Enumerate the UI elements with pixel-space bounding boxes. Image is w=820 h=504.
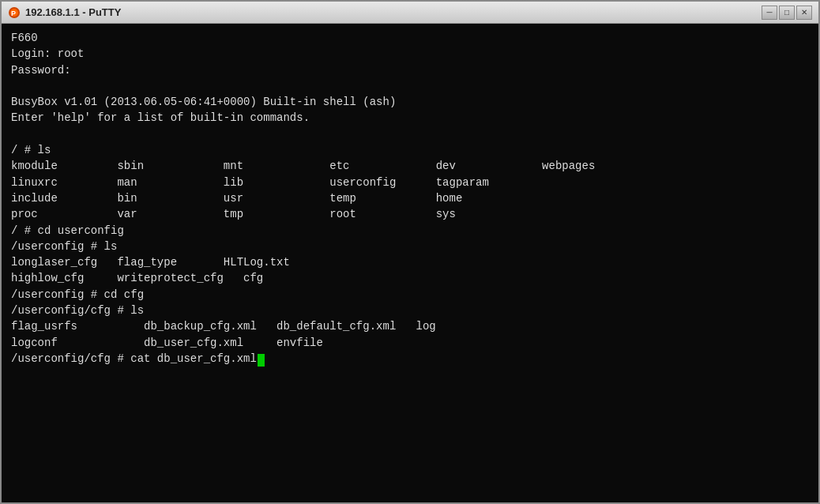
minimize-button[interactable]: ─: [762, 6, 777, 20]
terminal-cursor: [258, 354, 265, 367]
close-button[interactable]: ✕: [796, 6, 812, 20]
terminal-output: F660 Login: root Password: BusyBox v1.01…: [11, 30, 809, 367]
terminal-area[interactable]: F660 Login: root Password: BusyBox v1.01…: [2, 24, 818, 502]
restore-button[interactable]: □: [779, 6, 795, 20]
window-title: 192.168.1.1 - PuTTY: [25, 6, 762, 18]
putty-window: P 192.168.1.1 - PuTTY ─ □ ✕ F660 Login: …: [0, 0, 820, 504]
title-bar: P 192.168.1.1 - PuTTY ─ □ ✕: [2, 2, 818, 24]
window-controls: ─ □ ✕: [762, 6, 812, 20]
putty-icon: P: [8, 6, 21, 19]
svg-text:P: P: [11, 9, 16, 17]
